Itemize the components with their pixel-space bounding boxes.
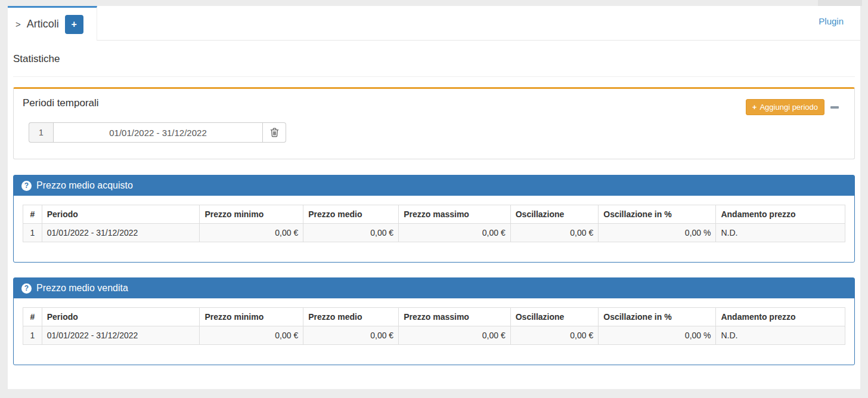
- plus-icon: +: [72, 19, 77, 30]
- delete-period-button[interactable]: [263, 122, 286, 143]
- column-header: Andamento prezzo: [716, 205, 845, 224]
- table-cell: 0,00 %: [599, 224, 716, 242]
- column-header: Prezzo medio: [303, 205, 399, 224]
- table-cell: 0,00 €: [303, 326, 399, 345]
- column-header: Periodo: [42, 205, 200, 224]
- table-header-row: #PeriodoPrezzo minimoPrezzo medioPrezzo …: [23, 308, 845, 326]
- table-cell: N.D.: [716, 326, 845, 345]
- table-header-row: #PeriodoPrezzo minimoPrezzo medioPrezzo …: [23, 205, 845, 224]
- column-header: Oscillazione: [510, 308, 599, 326]
- purchase-price-panel-header: ? Prezzo medio acquisto: [14, 175, 854, 196]
- tab-bar: > Articoli + Plugin: [8, 6, 860, 41]
- period-index-addon: 1: [29, 122, 53, 143]
- page-title: Statistiche: [13, 53, 855, 65]
- periods-panel-title: Periodi temporali: [23, 97, 99, 109]
- period-range-input[interactable]: [53, 122, 263, 143]
- column-header: Oscillazione in %: [599, 205, 716, 224]
- plus-icon: +: [752, 103, 757, 112]
- column-header: Periodo: [42, 308, 200, 326]
- question-circle-icon: ?: [21, 181, 32, 191]
- partial-tab-fragment: [818, 0, 862, 6]
- table-cell: 0,00 €: [200, 224, 303, 242]
- column-header: Andamento prezzo: [716, 308, 845, 326]
- table-cell: 0,00 €: [510, 326, 599, 345]
- sale-price-panel-body: #PeriodoPrezzo minimoPrezzo medioPrezzo …: [14, 298, 854, 365]
- question-circle-icon: ?: [21, 283, 32, 294]
- periods-panel-tools: + Aggiungi periodo: [746, 99, 845, 115]
- purchase-price-panel-title: Prezzo medio acquisto: [36, 180, 133, 191]
- table-cell: 0,00 €: [303, 224, 399, 242]
- table-row: 101/01/2022 - 31/12/20220,00 €0,00 €0,00…: [23, 326, 845, 345]
- sale-price-panel-header: ? Prezzo medio vendita: [14, 278, 854, 298]
- table-row: 101/01/2022 - 31/12/20220,00 €0,00 €0,00…: [23, 224, 845, 242]
- column-header: Oscillazione in %: [599, 308, 716, 326]
- periods-panel: Periodi temporali + Aggiungi periodo 1: [13, 87, 855, 159]
- column-header: #: [23, 205, 42, 224]
- table-cell: 0,00 €: [399, 326, 511, 345]
- column-header: #: [23, 308, 42, 326]
- table-cell: 0,00 €: [399, 224, 511, 242]
- sale-price-table: #PeriodoPrezzo minimoPrezzo medioPrezzo …: [23, 307, 845, 345]
- table-cell: 1: [23, 224, 42, 242]
- purchase-price-panel-body: #PeriodoPrezzo minimoPrezzo medioPrezzo …: [14, 196, 854, 262]
- column-header: Prezzo minimo: [200, 308, 303, 326]
- content-area: Statistiche Periodi temporali + Aggiungi…: [8, 53, 860, 365]
- minus-icon: [830, 106, 839, 109]
- purchase-price-table: #PeriodoPrezzo minimoPrezzo medioPrezzo …: [23, 205, 845, 242]
- column-header: Oscillazione: [510, 205, 599, 224]
- trash-icon: [270, 128, 279, 137]
- column-header: Prezzo medio: [303, 308, 399, 326]
- sale-price-panel: ? Prezzo medio vendita #PeriodoPrezzo mi…: [13, 277, 855, 365]
- divider: [13, 76, 855, 77]
- column-header: Prezzo massimo: [399, 205, 511, 224]
- tab-articoli-label: Articoli: [27, 18, 59, 30]
- add-period-button[interactable]: + Aggiungi periodo: [746, 99, 824, 115]
- main-card: > Articoli + Plugin Statistiche Periodi …: [8, 6, 860, 389]
- period-input-group: 1: [29, 122, 286, 143]
- add-tab-button[interactable]: +: [65, 15, 83, 34]
- table-cell: 0,00 €: [510, 224, 599, 242]
- add-period-button-label: Aggiungi periodo: [760, 103, 818, 112]
- table-cell: N.D.: [716, 224, 845, 242]
- sale-price-panel-title: Prezzo medio vendita: [36, 283, 128, 294]
- table-cell: 1: [23, 326, 42, 345]
- table-cell: 01/01/2022 - 31/12/2022: [42, 224, 200, 242]
- table-cell: 01/01/2022 - 31/12/2022: [42, 326, 200, 345]
- collapse-panel-button[interactable]: [824, 101, 845, 113]
- table-cell: 0,00 %: [599, 326, 716, 345]
- purchase-price-panel: ? Prezzo medio acquisto #PeriodoPrezzo m…: [13, 175, 855, 263]
- tab-articoli[interactable]: > Articoli +: [8, 6, 97, 41]
- column-header: Prezzo massimo: [399, 308, 511, 326]
- plugin-link[interactable]: Plugin: [819, 16, 844, 40]
- table-cell: 0,00 €: [200, 326, 303, 345]
- column-header: Prezzo minimo: [200, 205, 303, 224]
- chevron-right-icon: >: [16, 19, 21, 29]
